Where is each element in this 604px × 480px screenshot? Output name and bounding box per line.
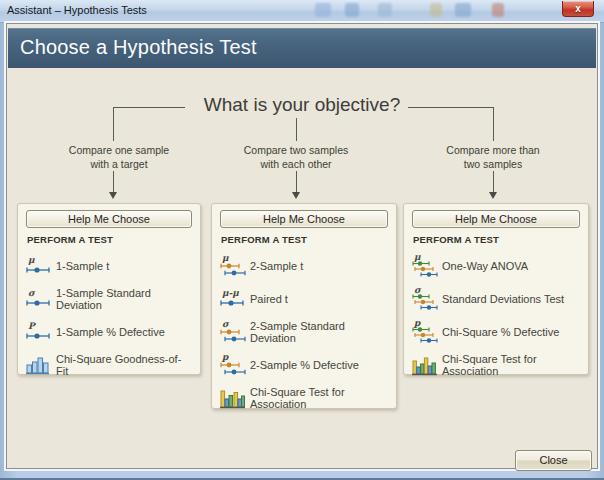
p-two-interval-icon: p bbox=[220, 352, 250, 378]
test-item-label: One-Way ANOVA bbox=[442, 260, 528, 272]
objective-question: What is your objective? bbox=[7, 94, 597, 116]
help-me-choose-button[interactable]: Help Me Choose bbox=[412, 210, 580, 228]
grouped-bar-chart-icon bbox=[220, 386, 250, 410]
mu-two-interval-icon: μ bbox=[220, 253, 250, 279]
dialog-header: Choose a Hypothesis Test bbox=[8, 28, 596, 68]
test-item-label: Chi-Square Test for Association bbox=[250, 386, 388, 410]
test-item-label: Paired t bbox=[250, 293, 288, 305]
close-icon: x bbox=[575, 3, 581, 14]
svg-text:p: p bbox=[221, 352, 229, 362]
svg-text:σ: σ bbox=[222, 319, 230, 329]
connector-line bbox=[296, 118, 297, 141]
svg-text:P: P bbox=[28, 321, 36, 331]
mu-minus-mu-interval-icon: μ-μ bbox=[220, 288, 250, 310]
branch-label-line: with each other bbox=[221, 158, 371, 172]
window-title: Assistant – Hypothesis Tests bbox=[7, 4, 147, 16]
test-item-label: Chi-Square Goodness-of-Fit bbox=[56, 353, 192, 377]
close-button[interactable]: Close bbox=[515, 450, 592, 471]
branch-label-line: two samples bbox=[418, 158, 568, 172]
test-item-2-sample-pct-defective[interactable]: p 2-Sample % Defective bbox=[220, 348, 388, 381]
sigma-three-interval-icon: σ bbox=[412, 285, 442, 313]
branch-label-line: with a target bbox=[44, 158, 194, 172]
test-item-label: 1-Sample t bbox=[56, 260, 109, 272]
p-one-interval-icon: P bbox=[26, 321, 56, 343]
branch-label-one-sample: Compare one sample with a target bbox=[44, 144, 194, 171]
svg-text:p: p bbox=[413, 318, 421, 328]
branch-label-line: Compare two samples bbox=[221, 144, 371, 158]
blue-bar-chart-icon bbox=[26, 354, 56, 376]
p-three-interval-icon: p bbox=[412, 318, 442, 346]
multi-bar-chart-icon bbox=[412, 353, 442, 377]
svg-text:μ: μ bbox=[28, 255, 35, 265]
test-item-label: Chi-Square Test for Association bbox=[442, 353, 580, 377]
branch-label-two-samples: Compare two samples with each other bbox=[221, 144, 371, 171]
connector-line bbox=[113, 107, 185, 108]
test-item-paired-t[interactable]: μ-μ Paired t bbox=[220, 282, 388, 315]
connector-line bbox=[113, 107, 114, 141]
titlebar-glass-reflection bbox=[345, 3, 359, 17]
perform-a-test-heading: PERFORM A TEST bbox=[221, 234, 388, 245]
test-item-label: 1-Sample % Defective bbox=[56, 326, 165, 338]
assistant-window: Assistant – Hypothesis Tests x Choose a … bbox=[0, 0, 604, 480]
test-item-chi-square-association[interactable]: Chi-Square Test for Association bbox=[412, 348, 580, 381]
svg-text:μ: μ bbox=[414, 252, 421, 262]
help-me-choose-button[interactable]: Help Me Choose bbox=[26, 210, 192, 228]
test-item-chi-square-gof[interactable]: Chi-Square Goodness-of-Fit bbox=[26, 348, 192, 381]
test-item-1-sample-pct-defective[interactable]: P 1-Sample % Defective bbox=[26, 315, 192, 348]
titlebar-glass-reflection bbox=[430, 3, 442, 17]
sigma-two-interval-icon: σ bbox=[220, 319, 250, 345]
test-item-standard-deviations-test[interactable]: σ Standard Deviations Test bbox=[412, 282, 580, 315]
window-frame: Choose a Hypothesis Test What is your ob… bbox=[0, 23, 604, 480]
test-item-label: 2-Sample Standard Deviation bbox=[250, 320, 388, 344]
titlebar-glass-reflection bbox=[315, 3, 331, 17]
connector-line bbox=[408, 107, 494, 108]
branch-label-more-samples: Compare more than two samples bbox=[418, 144, 568, 171]
panel-two-samples: Help Me Choose PERFORM A TEST μ 2-Sample… bbox=[211, 203, 397, 409]
svg-text:σ: σ bbox=[28, 288, 36, 298]
test-item-one-way-anova[interactable]: μ One-Way ANOVA bbox=[412, 249, 580, 282]
close-window-button[interactable]: x bbox=[562, 1, 594, 17]
mu-three-interval-icon: μ bbox=[412, 252, 442, 280]
mu-one-interval-icon: μ bbox=[26, 255, 56, 277]
test-item-1-sample-stdev[interactable]: σ 1-Sample Standard Deviation bbox=[26, 282, 192, 315]
sigma-one-interval-icon: σ bbox=[26, 288, 56, 310]
test-item-chi-square-pct-defective[interactable]: p Chi-Square % Defective bbox=[412, 315, 580, 348]
test-item-1-sample-t[interactable]: μ 1-Sample t bbox=[26, 249, 192, 282]
page-title: Choose a Hypothesis Test bbox=[20, 36, 257, 59]
dialog-body: Choose a Hypothesis Test What is your ob… bbox=[6, 23, 598, 469]
test-item-label: 2-Sample t bbox=[250, 260, 303, 272]
test-item-chi-square-association[interactable]: Chi-Square Test for Association bbox=[220, 381, 388, 414]
panel-one-sample: Help Me Choose PERFORM A TEST μ 1-Sample… bbox=[17, 203, 201, 375]
connector-line bbox=[493, 107, 494, 141]
test-item-label: 2-Sample % Defective bbox=[250, 359, 359, 371]
test-item-label: 1-Sample Standard Deviation bbox=[56, 287, 192, 311]
test-item-2-sample-stdev[interactable]: σ 2-Sample Standard Deviation bbox=[220, 315, 388, 348]
help-me-choose-button[interactable]: Help Me Choose bbox=[220, 210, 388, 228]
svg-text:μ-μ: μ-μ bbox=[222, 288, 239, 298]
svg-text:σ: σ bbox=[414, 285, 422, 295]
titlebar-glass-reflection bbox=[378, 3, 392, 17]
test-item-2-sample-t[interactable]: μ 2-Sample t bbox=[220, 249, 388, 282]
perform-a-test-heading: PERFORM A TEST bbox=[27, 234, 192, 245]
panel-more-samples: Help Me Choose PERFORM A TEST μ bbox=[403, 203, 589, 375]
svg-text:μ: μ bbox=[222, 253, 229, 263]
test-item-label: Chi-Square % Defective bbox=[442, 326, 559, 338]
titlebar[interactable]: Assistant – Hypothesis Tests x bbox=[0, 0, 604, 23]
test-item-label: Standard Deviations Test bbox=[442, 293, 564, 305]
branch-label-line: Compare more than bbox=[418, 144, 568, 158]
branch-label-line: Compare one sample bbox=[44, 144, 194, 158]
titlebar-glass-reflection bbox=[492, 3, 504, 17]
titlebar-glass-reflection bbox=[455, 3, 471, 17]
perform-a-test-heading: PERFORM A TEST bbox=[413, 234, 580, 245]
